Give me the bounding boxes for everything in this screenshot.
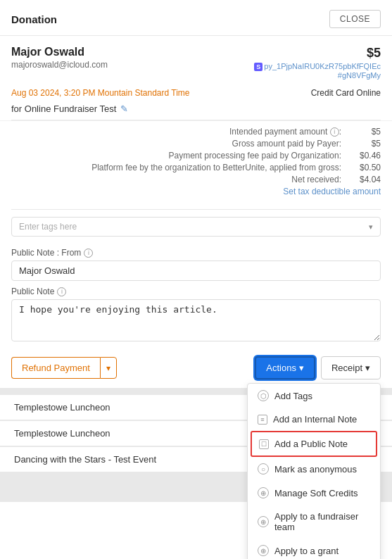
dropdown-mark-anonymous[interactable]: ○ Mark as anonymous bbox=[248, 457, 380, 481]
dropdown-grant[interactable]: ⊕ Apply to a grant bbox=[248, 539, 380, 559]
actions-chevron-icon: ▾ bbox=[299, 363, 304, 373]
receipt-button[interactable]: Receipt ▾ bbox=[321, 356, 381, 379]
platform-value: $0.50 bbox=[346, 163, 381, 172]
set-tax-link[interactable]: Set tax deductible amount bbox=[11, 185, 381, 202]
note-info-icon[interactable]: i bbox=[57, 287, 66, 296]
gross-label: Gross amount paid by Payer: bbox=[232, 139, 341, 149]
donation-modal: Donation CLOSE Major Oswald majoroswald@… bbox=[0, 0, 392, 559]
public-note-from-section: Public Note : From i Public Note i I hop… bbox=[0, 244, 392, 348]
public-note-from-input[interactable] bbox=[11, 260, 381, 281]
related-name-1: Templestowe Luncheon bbox=[14, 428, 110, 439]
transaction-id-1: py_1PjpNaIRU0KzR75pbKfFQIEc bbox=[264, 62, 381, 70]
modal-header: Donation CLOSE bbox=[0, 0, 392, 36]
transaction-id-2: #gN8VFgMy bbox=[338, 71, 381, 80]
processing-row: Payment processing fee paid by Organizat… bbox=[11, 149, 381, 161]
public-note-textarea[interactable]: I hope you're enjoying this article. bbox=[11, 299, 381, 341]
platform-row: Platform fee by the organization to Bett… bbox=[11, 161, 381, 173]
amounts-section: Intended payment amount i: $5 Gross amou… bbox=[0, 120, 392, 209]
grant-icon: ⊕ bbox=[258, 545, 269, 556]
donor-section: Major Oswald majoroswald@icloud.com $5 S… bbox=[0, 36, 392, 85]
dropdown-add-tags[interactable]: ⬡ Add Tags bbox=[248, 384, 380, 408]
processing-label: Payment processing fee paid by Organizat… bbox=[169, 151, 341, 161]
actions-button[interactable]: Actions ▾ bbox=[255, 356, 315, 379]
gross-row: Gross amount paid by Payer: $5 bbox=[11, 137, 381, 149]
transaction-id: Spy_1PjpNaIRU0KzR75pbKfFQIEc #gN8VFgMy bbox=[254, 62, 381, 80]
net-label: Net received: bbox=[291, 175, 341, 184]
actions-dropdown-menu: ⬡ Add Tags ≡ Add an Internal Note ☐ Add … bbox=[247, 383, 381, 559]
tags-placeholder: Enter tags here bbox=[19, 222, 77, 232]
modal-title: Donation bbox=[11, 13, 57, 25]
date-section: Aug 03 2024, 3:20 PM Mountain Standard T… bbox=[0, 85, 392, 101]
actions-bar: Refund Payment ▾ Actions ▾ ⬡ Add Tags ≡ … bbox=[0, 348, 392, 388]
platform-label: Platform fee by the organization to Bett… bbox=[91, 163, 341, 172]
dropdown-add-internal-note[interactable]: ≡ Add an Internal Note bbox=[248, 408, 380, 431]
from-info-icon[interactable]: i bbox=[84, 249, 93, 258]
stripe-icon: S bbox=[254, 63, 263, 71]
intended-label: Intended payment amount i: bbox=[229, 127, 341, 137]
right-buttons: Actions ▾ ⬡ Add Tags ≡ Add an Internal N… bbox=[255, 356, 381, 379]
donor-info-left: Major Oswald majoroswald@icloud.com bbox=[11, 46, 108, 70]
payment-method: Credit Card Online bbox=[311, 88, 381, 98]
tag-icon: ⬡ bbox=[258, 390, 269, 401]
edit-icon[interactable]: ✎ bbox=[120, 103, 128, 114]
related-name-0: Templestowe Luncheon bbox=[14, 402, 110, 413]
refund-dropdown-button[interactable]: ▾ bbox=[100, 357, 117, 379]
public-note-icon: ☐ bbox=[259, 439, 269, 449]
donor-email: majoroswald@icloud.com bbox=[11, 60, 108, 70]
intended-value: $5 bbox=[346, 127, 381, 137]
note-icon: ≡ bbox=[258, 415, 267, 425]
payment-date: Aug 03 2024, 3:20 PM Mountain Standard T… bbox=[11, 88, 190, 98]
credits-icon: ⊕ bbox=[258, 487, 269, 498]
tags-arrow-icon: ▾ bbox=[369, 222, 373, 232]
intended-row: Intended payment amount i: $5 bbox=[11, 125, 381, 137]
team-icon: ⊕ bbox=[258, 516, 269, 527]
processing-value: $0.46 bbox=[346, 151, 381, 161]
public-note-label: Public Note i bbox=[11, 287, 381, 296]
dropdown-add-public-note[interactable]: ☐ Add a Public Note bbox=[251, 431, 377, 457]
net-row: Net received: $4.04 bbox=[11, 173, 381, 185]
donor-info-right: $5 Spy_1PjpNaIRU0KzR75pbKfFQIEc #gN8VFgM… bbox=[254, 46, 381, 80]
receipt-chevron-icon: ▾ bbox=[365, 363, 370, 373]
campaign-label: for Online Fundraiser Test bbox=[11, 103, 116, 114]
net-value: $4.04 bbox=[346, 175, 381, 184]
campaign-section: for Online Fundraiser Test ✎ bbox=[0, 101, 392, 120]
intended-info-icon[interactable]: i bbox=[330, 127, 339, 137]
public-note-from-label: Public Note : From i bbox=[11, 248, 381, 258]
donation-amount: $5 bbox=[254, 46, 381, 61]
tags-section: Enter tags here ▾ bbox=[0, 210, 392, 244]
donor-name: Major Oswald bbox=[11, 46, 108, 58]
tags-input[interactable]: Enter tags here ▾ bbox=[11, 217, 381, 237]
refund-group: Refund Payment ▾ bbox=[11, 357, 117, 379]
anon-icon: ○ bbox=[258, 463, 269, 475]
dropdown-fundraiser-team[interactable]: ⊕ Apply to a fundraiser team bbox=[248, 505, 380, 539]
dropdown-soft-credits[interactable]: ⊕ Manage Soft Credits bbox=[248, 481, 380, 505]
gross-value: $5 bbox=[346, 139, 381, 149]
refund-button[interactable]: Refund Payment bbox=[11, 357, 100, 379]
related-name-2: Dancing with the Stars - Test Event bbox=[14, 454, 156, 465]
close-button[interactable]: CLOSE bbox=[329, 10, 381, 28]
